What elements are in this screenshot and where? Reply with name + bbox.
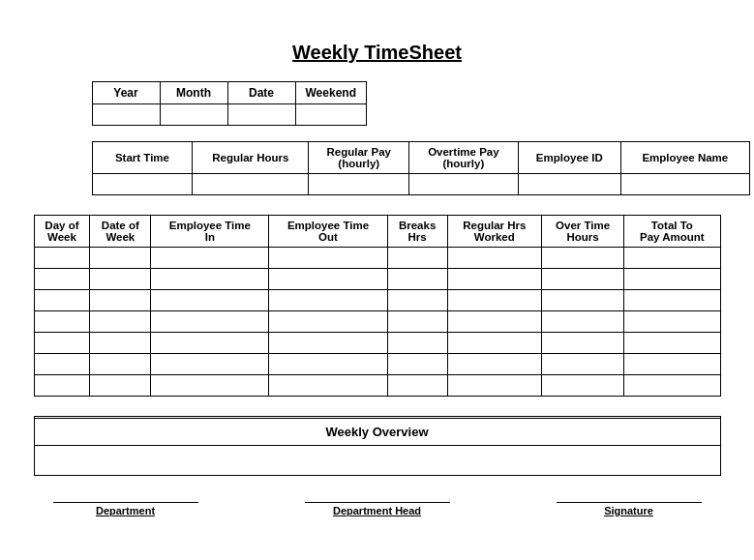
- pay-info-header: Start Time: [92, 142, 193, 174]
- signature-row: Department Department Head Signature: [34, 487, 721, 516]
- table-row: [34, 354, 720, 375]
- main-table-header: BreaksHrs: [387, 216, 447, 248]
- top-info-header: Date: [227, 82, 295, 104]
- main-table-header: Total ToPay Amount: [624, 216, 720, 248]
- weekly-overview-body: [35, 446, 720, 475]
- main-table-header: Over TimeHours: [541, 216, 623, 248]
- department-label: Department: [53, 505, 198, 516]
- main-table-header: Day ofWeek: [34, 216, 90, 248]
- pay-info-header: Overtime Pay(hourly): [409, 142, 518, 174]
- table-row: [34, 311, 720, 333]
- signature-label: Signature: [557, 505, 702, 516]
- page-title: Weekly TimeSheet: [34, 42, 721, 64]
- main-table-header: Employee TimeIn: [151, 216, 269, 248]
- main-table-header: Date ofWeek: [90, 216, 151, 248]
- pay-info-header: Employee ID: [518, 142, 621, 174]
- department-field: Department: [53, 487, 198, 516]
- weekly-overview-section: Weekly Overview: [34, 416, 721, 476]
- pay-info-header: Regular Hours: [193, 142, 309, 174]
- pay-info-header: Regular Pay(hourly): [309, 142, 409, 174]
- table-row: [34, 269, 720, 290]
- weekly-overview-label: Weekly Overview: [35, 419, 720, 446]
- table-row: [34, 248, 720, 269]
- top-info-header: Month: [160, 82, 227, 104]
- top-info-section: YearMonthDateWeekend: [92, 81, 721, 126]
- page: Weekly TimeSheet YearMonthDateWeekend St…: [15, 24, 740, 536]
- pay-info-header: Employee Name: [621, 142, 749, 174]
- table-row: [34, 290, 720, 311]
- timesheet-table: Day ofWeekDate ofWeekEmployee TimeInEmpl…: [34, 215, 721, 397]
- signature-field: Signature: [557, 487, 702, 516]
- table-row: [34, 333, 720, 354]
- department-head-label: Department Head: [305, 505, 450, 516]
- main-table-header: Employee TimeOut: [269, 216, 387, 248]
- pay-info-section: Start TimeRegular HoursRegular Pay(hourl…: [92, 141, 721, 195]
- main-table-header: Regular HrsWorked: [447, 216, 541, 248]
- table-row: [34, 375, 720, 397]
- top-info-header: Year: [92, 82, 160, 104]
- top-info-header: Weekend: [295, 82, 366, 104]
- department-head-field: Department Head: [305, 487, 450, 516]
